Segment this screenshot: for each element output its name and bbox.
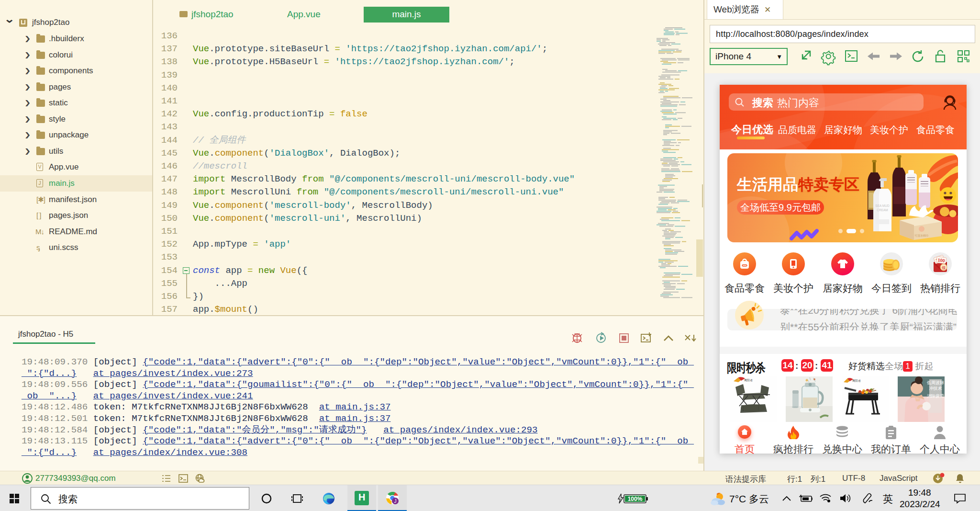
svg-text:100%: 100%: [628, 496, 643, 502]
svg-text:CREAM: CREAM: [877, 208, 888, 212]
svg-text:可湿水棉巾: 可湿水棉巾: [914, 234, 929, 237]
svg-text:J: J: [394, 499, 397, 504]
svg-text:冲技术: 冲技术: [929, 386, 942, 391]
svg-text:领: 领: [942, 266, 946, 270]
svg-text:100: 100: [937, 258, 945, 263]
svg-text:鹰阳者: 鹰阳者: [852, 379, 861, 383]
svg-text:SEA MUD: SEA MUD: [875, 204, 890, 207]
svg-text:低周波脉: 低周波脉: [926, 380, 944, 385]
svg-text:消除疲劳: 消除疲劳: [927, 394, 944, 398]
svg-text:鹰阳者: 鹰阳者: [744, 378, 753, 382]
